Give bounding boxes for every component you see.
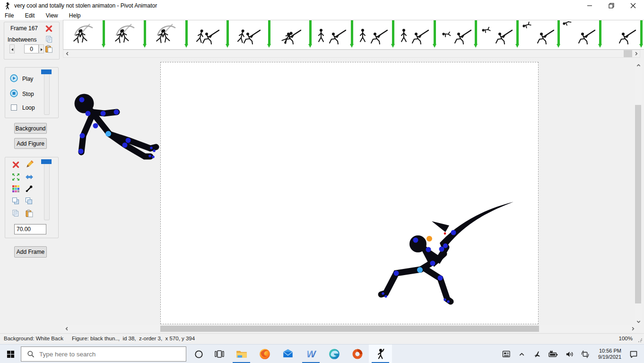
- taskbar-app-file-explorer[interactable]: [230, 345, 253, 363]
- timeline-frame-12[interactable]: [519, 20, 560, 49]
- add-frame-button[interactable]: Add Frame: [14, 246, 47, 258]
- taskbar-app-mail[interactable]: [276, 345, 299, 363]
- taskbar-app-word[interactable]: [299, 345, 322, 363]
- raise-figure-button[interactable]: [12, 197, 19, 205]
- status-bar: Background: White Back Figure: black thu…: [0, 333, 644, 344]
- status-figure-info: Figure: black thun.., id 38, z-order 3, …: [72, 336, 195, 341]
- app-stickman-icon: [4, 2, 11, 9]
- battery-icon[interactable]: [545, 345, 562, 363]
- stop-button[interactable]: [10, 89, 18, 97]
- taskbar-clock[interactable]: 10:56 PM 9/19/2021: [593, 345, 623, 363]
- taskbar-app-office[interactable]: [346, 345, 369, 363]
- canvas-scroll-down-button[interactable]: [635, 318, 642, 325]
- play-button[interactable]: [10, 74, 18, 82]
- close-button[interactable]: [622, 0, 644, 11]
- start-button[interactable]: [0, 345, 21, 363]
- center-figure-button[interactable]: [12, 173, 20, 181]
- hidden-icons-chevron[interactable]: [514, 345, 529, 363]
- timeline-frame-9[interactable]: [394, 20, 436, 49]
- news-icon[interactable]: [498, 345, 514, 363]
- background-button[interactable]: Background: [14, 123, 47, 134]
- figure-size-slider-track[interactable]: [44, 161, 50, 220]
- menu-help[interactable]: Help: [64, 11, 86, 20]
- rotation-lock-icon[interactable]: [577, 345, 593, 363]
- speed-slider-track[interactable]: [44, 71, 50, 115]
- taskbar-search-input[interactable]: [38, 350, 186, 358]
- copy-frame-button[interactable]: [45, 35, 53, 43]
- animation-canvas[interactable]: [160, 62, 539, 324]
- joint-handle[interactable]: [93, 123, 98, 129]
- joint-handle[interactable]: [153, 149, 156, 152]
- taskbar-app-firefox[interactable]: [253, 345, 276, 363]
- joint-handle[interactable]: [114, 110, 119, 115]
- delete-frame-button[interactable]: [45, 25, 53, 33]
- inbetweens-value-field[interactable]: [24, 44, 39, 53]
- edit-figure-button[interactable]: [25, 160, 34, 169]
- joint-handle[interactable]: [148, 155, 151, 157]
- joint-handle[interactable]: [122, 143, 128, 148]
- flip-figure-button[interactable]: [25, 173, 34, 181]
- action-center-icon[interactable]: [623, 345, 644, 363]
- frame-thumbnail: [519, 21, 559, 49]
- joint-handle[interactable]: [152, 156, 155, 158]
- timeline-frame-11[interactable]: [477, 20, 519, 49]
- paste-figure-button[interactable]: [25, 209, 34, 217]
- loop-checkbox[interactable]: [11, 104, 17, 111]
- timeline-frame-4[interactable]: [188, 20, 229, 49]
- timeline-scroll-right-button[interactable]: [632, 50, 640, 57]
- figure-scale-field[interactable]: [14, 224, 46, 234]
- segment-tool-button[interactable]: [25, 185, 33, 193]
- timeline-frame-3[interactable]: [146, 20, 188, 49]
- canvas-scroll-right-button[interactable]: [629, 325, 636, 332]
- timeline-scrollbar-thumb[interactable]: [624, 50, 632, 57]
- timeline-frame-13[interactable]: [560, 20, 601, 49]
- menu-file[interactable]: File: [0, 11, 18, 20]
- resize-grip[interactable]: [638, 338, 643, 343]
- timeline-frame-5[interactable]: [229, 20, 270, 49]
- paste-frame-button[interactable]: [45, 45, 53, 53]
- taskbar-app-edge[interactable]: [322, 345, 346, 363]
- timeline-frame-14[interactable]: [601, 20, 643, 49]
- delete-figure-button[interactable]: [12, 161, 20, 169]
- taskbar-search-box[interactable]: [21, 346, 186, 362]
- airplane-mode-icon[interactable]: [529, 345, 545, 363]
- canvas-scroll-up-button[interactable]: [635, 62, 642, 69]
- figure-size-slider-thumb[interactable]: [41, 159, 52, 164]
- joint-handle[interactable]: [78, 149, 84, 154]
- copy-figure-button[interactable]: [12, 209, 19, 217]
- timeline-frame-6[interactable]: [270, 20, 312, 49]
- restore-button[interactable]: [600, 0, 622, 11]
- add-figure-button[interactable]: Add Figure: [14, 138, 47, 149]
- joint-handle[interactable]: [86, 111, 91, 116]
- menu-view[interactable]: View: [41, 11, 63, 20]
- volume-icon[interactable]: [562, 345, 577, 363]
- frame-number-label: Frame 167: [10, 25, 38, 32]
- figure-color-button[interactable]: [12, 185, 20, 193]
- timeline-frame-10[interactable]: [436, 20, 478, 49]
- timeline-frame-7[interactable]: [312, 20, 353, 49]
- canvas-scroll-left-button[interactable]: [63, 325, 70, 332]
- inbetweens-increment-button[interactable]: [39, 44, 44, 53]
- menu-edit[interactable]: Edit: [20, 11, 40, 20]
- timeline-frame-2[interactable]: [105, 20, 147, 49]
- minimize-button[interactable]: [579, 0, 600, 11]
- timeline-frame-8[interactable]: [353, 20, 395, 49]
- frame-thumbnail: [560, 21, 600, 49]
- canvas-vscrollbar-thumb[interactable]: [635, 105, 641, 303]
- joint-handle[interactable]: [126, 138, 131, 143]
- lower-figure-button[interactable]: [25, 197, 33, 205]
- speed-slider-thumb[interactable]: [41, 69, 52, 74]
- joint-handle[interactable]: [79, 97, 85, 103]
- canvas-hscrollbar-thumb[interactable]: [160, 326, 539, 332]
- joint-handle[interactable]: [80, 133, 85, 138]
- cortana-button[interactable]: [188, 345, 209, 363]
- joint-handle[interactable]: [101, 111, 106, 116]
- inbetweens-decrement-button[interactable]: [9, 44, 15, 53]
- timeline-scroll-left-button[interactable]: [63, 50, 71, 57]
- task-view-button[interactable]: [209, 345, 230, 363]
- timeline-frame-1[interactable]: [63, 20, 105, 49]
- figure-fallen-stickman: [75, 94, 157, 157]
- joint-handle[interactable]: [150, 147, 153, 149]
- taskbar-app-pivot-animator[interactable]: [369, 345, 392, 363]
- drag-handle[interactable]: [105, 131, 111, 137]
